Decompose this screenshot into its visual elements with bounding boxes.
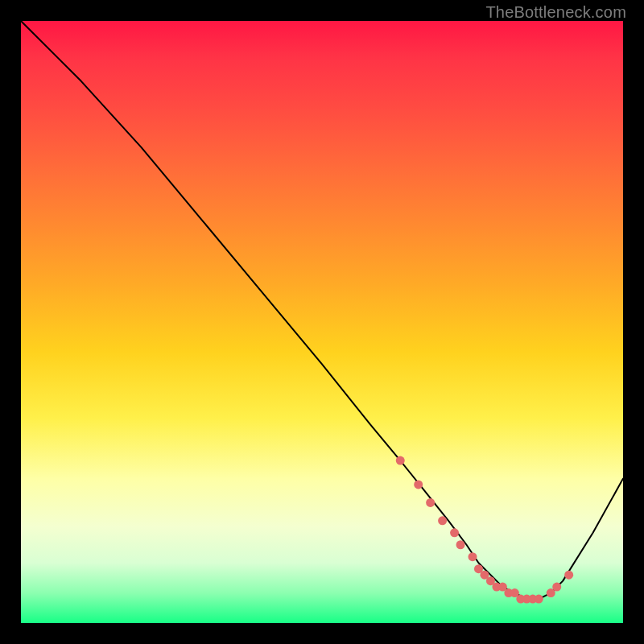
gradient-plot-area xyxy=(21,21,623,623)
watermark-text: TheBottleneck.com xyxy=(485,3,626,22)
chart-frame: TheBottleneck.com xyxy=(0,0,644,644)
